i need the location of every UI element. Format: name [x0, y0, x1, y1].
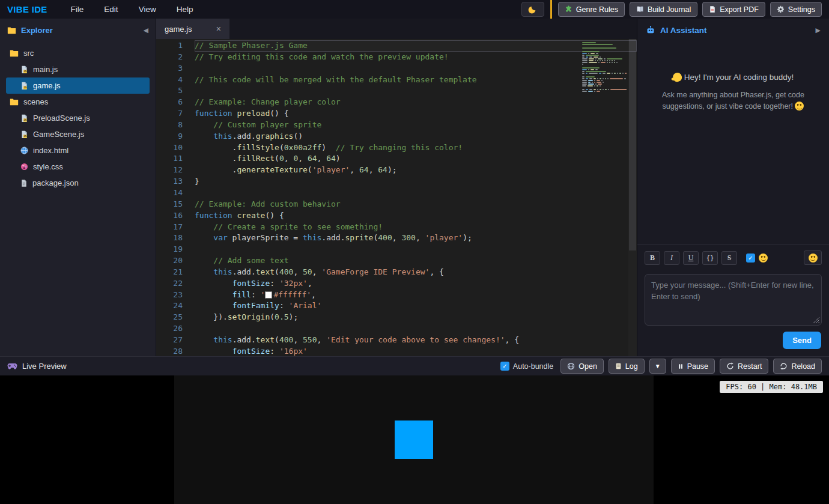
code-token: , — [317, 154, 327, 163]
minimap-token — [582, 51, 600, 52]
menu-help[interactable]: Help — [166, 5, 204, 14]
code-line-19[interactable]: 19 — [156, 244, 637, 255]
export-pdf-button[interactable]: Export PDF — [702, 2, 765, 17]
code-line-16[interactable]: 16function create() { — [156, 210, 637, 222]
code-token: this — [213, 132, 232, 141]
pause-button[interactable]: Pause — [671, 359, 715, 374]
bold-button[interactable]: B — [645, 251, 660, 265]
line-number: 19 — [156, 244, 195, 255]
code-line-24[interactable]: 24 fontFamily: 'Arial' — [156, 300, 637, 312]
code-line-10[interactable]: 10 .fillStyle(0x00a2ff) // Try changing … — [156, 142, 637, 154]
code-line-21[interactable]: 21 this.add.text(400, 50, 'GameForge IDE… — [156, 267, 637, 278]
emoji-mode-checkbox[interactable]: ✓ — [746, 254, 755, 263]
code-line-7[interactable]: 7function preload() { — [156, 108, 637, 120]
scrollbar-thumb[interactable] — [629, 39, 636, 250]
restart-button[interactable]: Restart — [720, 359, 768, 374]
file-item-PreloadScene-js[interactable]: JSPreloadScene.js — [6, 110, 150, 126]
js-file-icon: JS — [20, 65, 28, 74]
menu-view[interactable]: View — [129, 5, 166, 14]
italic-button[interactable]: I — [664, 251, 679, 265]
line-number: 17 — [156, 222, 195, 233]
open-button[interactable]: Open — [560, 359, 604, 374]
code-line-26[interactable]: 26 — [156, 323, 637, 335]
folder-item-scenes[interactable]: scenes — [6, 94, 150, 110]
code-token: ( — [270, 312, 275, 321]
code-line-9[interactable]: 9 this.add.graphics() — [156, 131, 637, 142]
code-line-13[interactable]: 13} — [156, 176, 637, 187]
code-line-27[interactable]: 27 this.add.text(400, 550, 'Edit your co… — [156, 335, 637, 346]
code-line-17[interactable]: 17 // Create a sprite to see something! — [156, 222, 637, 233]
reload-button[interactable]: Reload — [773, 359, 822, 374]
code-line-12[interactable]: 12 .generateTexture('player', 64, 64); — [156, 165, 637, 176]
code-line-20[interactable]: 20 // Add some text — [156, 255, 637, 267]
code-line-3[interactable]: 3 — [156, 63, 637, 74]
ai-header: AI Assistant ▶ — [637, 19, 829, 41]
log-button[interactable]: Log — [609, 359, 645, 374]
strikethrough-button[interactable]: S — [721, 251, 737, 265]
expand-panel-button[interactable]: ▶ — [816, 26, 821, 34]
code-line-4[interactable]: 4// This code will be merged with the de… — [156, 74, 637, 86]
live-preview-title: Live Preview — [22, 362, 67, 371]
js-file-icon: JS — [20, 82, 28, 90]
underline-button[interactable]: U — [683, 251, 699, 265]
minimap-token — [603, 78, 604, 79]
code-token: // Try editing this code and watch the p… — [195, 52, 449, 61]
html-file-icon — [20, 147, 28, 154]
code-line-28[interactable]: 28 fontSize: '16px' — [156, 346, 637, 356]
genre-rules-button[interactable]: Genre Rules — [558, 2, 625, 17]
code-line-14[interactable]: 14 — [156, 187, 637, 199]
menu-file[interactable]: File — [61, 5, 94, 14]
autobundle-checkbox[interactable]: ✓ — [500, 362, 509, 371]
file-item-style-css[interactable]: style.css — [6, 159, 150, 175]
color-swatch-icon[interactable] — [266, 292, 272, 298]
menu-edit[interactable]: Edit — [94, 5, 128, 14]
file-item-index-html[interactable]: index.html — [6, 142, 150, 159]
code-button[interactable]: {} — [702, 251, 718, 265]
code-line-18[interactable]: 18 var playerSprite = this.add.sprite(40… — [156, 232, 637, 244]
line-content: this.add.text(400, 50, 'GameForge IDE Pr… — [195, 267, 637, 278]
file-item-main-js[interactable]: JSmain.js — [6, 61, 150, 77]
code-token: this — [213, 335, 232, 344]
minimap[interactable] — [582, 41, 627, 92]
code-line-23[interactable]: 23 fill: '#ffffff', — [156, 290, 637, 301]
code-line-5[interactable]: 5 — [156, 85, 637, 97]
theme-toggle-button[interactable] — [521, 2, 544, 17]
send-button[interactable]: Send — [783, 332, 821, 349]
file-item-package-json[interactable]: package.json — [6, 175, 150, 191]
code-token: 550 — [303, 335, 317, 344]
emoji-picker-button[interactable] — [804, 250, 822, 265]
tab-close-button[interactable]: × — [216, 24, 221, 34]
code-line-8[interactable]: 8 // Custom player sprite — [156, 120, 637, 131]
folder-item-src[interactable]: src — [6, 45, 150, 61]
code-line-2[interactable]: 2// Try editing this code and watch the … — [156, 52, 637, 63]
line-content: function create() { — [195, 210, 637, 222]
code-line-6[interactable]: 6// Example: Change player color — [156, 97, 637, 108]
minimap-token — [588, 91, 593, 92]
collapse-sidebar-button[interactable]: ◀ — [144, 26, 148, 34]
settings-button[interactable]: Settings — [770, 2, 822, 17]
minimap-token — [594, 85, 595, 87]
build-journal-button[interactable]: Build Journal — [630, 2, 697, 17]
editor-scrollbar[interactable] — [628, 39, 637, 356]
code-token: setOrigin — [228, 312, 270, 321]
code-token: // Example: Add custom behavior — [195, 199, 341, 208]
line-number: 13 — [156, 176, 195, 187]
minimap-token — [591, 69, 594, 70]
code-token: }). — [195, 312, 228, 321]
file-item-game-js[interactable]: JSgame.js — [6, 77, 150, 94]
minimap-token — [609, 62, 610, 63]
message-input[interactable] — [645, 274, 822, 326]
code-line-25[interactable]: 25 }).setOrigin(0.5); — [156, 312, 637, 323]
code-line-11[interactable]: 11 .fillRect(0, 0, 64, 64) — [156, 153, 637, 165]
code-token: , — [284, 154, 294, 163]
code-line-1[interactable]: 1// Sample Phaser.js Game — [156, 40, 637, 52]
code-editor[interactable]: 1// Sample Phaser.js Game2// Try editing… — [156, 39, 637, 356]
file-item-GameScene-js[interactable]: JSGameScene.js — [6, 126, 150, 142]
code-token: 50 — [303, 267, 312, 276]
tree-label: package.json — [32, 178, 79, 187]
tab-game-js[interactable]: game.js × — [156, 19, 229, 39]
code-line-22[interactable]: 22 fontSize: '32px', — [156, 278, 637, 290]
code-line-15[interactable]: 15// Example: Add custom behavior — [156, 199, 637, 210]
game-canvas[interactable] — [174, 375, 654, 504]
log-dropdown-button[interactable]: ▼ — [649, 359, 666, 374]
